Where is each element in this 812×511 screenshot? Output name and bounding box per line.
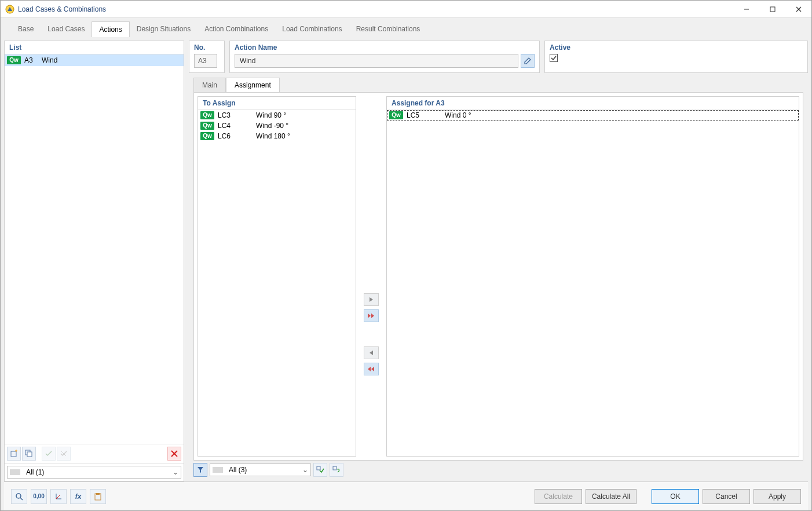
copy-item-button[interactable]: [22, 447, 36, 461]
list-item[interactable]: Qw LC4 Wind -90 °: [198, 121, 356, 131]
to-assign-header: To Assign: [198, 97, 356, 110]
svg-rect-14: [333, 466, 336, 470]
check-all-button[interactable]: [42, 447, 56, 461]
load-case-code: LC3: [218, 111, 253, 119]
axes-icon: [54, 492, 63, 501]
no-label: No.: [194, 43, 220, 52]
action-name-input[interactable]: Wind: [235, 54, 518, 68]
to-assign-list[interactable]: Qw LC3 Wind 90 ° Qw LC4 Wind -90 ° Qw: [198, 110, 356, 456]
tab-load-cases[interactable]: Load Cases: [41, 21, 92, 37]
assignment-area: To Assign Qw LC3 Wind 90 ° Qw LC4 Wind -…: [193, 92, 803, 461]
name-field-box: Action Name Wind: [229, 41, 540, 73]
new-item-button[interactable]: [7, 447, 21, 461]
chevron-down-icon: ⌄: [173, 468, 178, 476]
delete-button[interactable]: [167, 447, 181, 461]
tab-action-combinations[interactable]: Action Combinations: [197, 21, 275, 37]
to-assign-column: To Assign Qw LC3 Wind 90 ° Qw LC4 Wind -…: [197, 96, 356, 457]
detail-panel: No. A3 Action Name Wind Active: [189, 41, 808, 481]
assign-filter-combo[interactable]: All (3) ⌄: [210, 463, 311, 476]
sub-tab-main[interactable]: Main: [193, 78, 226, 92]
no-input[interactable]: A3: [194, 54, 217, 68]
move-all-left-button[interactable]: [364, 363, 379, 375]
fx-button[interactable]: fx: [70, 489, 86, 504]
load-case-name: Wind 90 °: [256, 111, 286, 119]
assigned-list[interactable]: Qw LC5 Wind 0 °: [387, 110, 799, 456]
filter-swatch-icon: [10, 469, 20, 475]
report-button[interactable]: [90, 489, 106, 504]
main-tabs: Base Load Cases Actions Design Situation…: [4, 21, 808, 37]
search-button[interactable]: [11, 489, 27, 504]
svg-line-19: [56, 495, 60, 499]
transfer-buttons: [360, 93, 383, 460]
fx-icon: fx: [75, 492, 82, 501]
filter-swatch-icon: [213, 467, 223, 473]
name-label: Action Name: [235, 43, 535, 52]
qw-badge-icon: Qw: [200, 122, 214, 130]
units-button[interactable]: [50, 489, 67, 504]
svg-rect-2: [770, 7, 775, 12]
move-all-right-button[interactable]: [364, 309, 379, 322]
qw-badge-icon: Qw: [7, 56, 21, 64]
svg-rect-5: [11, 451, 16, 457]
cancel-button[interactable]: Cancel: [703, 489, 750, 504]
apply-button[interactable]: Apply: [754, 489, 801, 504]
list-filter-row: All (1) ⌄: [5, 463, 184, 481]
app-icon: [5, 5, 14, 14]
load-case-name: Wind 0 °: [445, 111, 471, 119]
active-field-box: Active: [544, 41, 808, 73]
titlebar: Load Cases & Combinations: [1, 1, 811, 18]
qw-badge-icon: Qw: [389, 111, 403, 119]
list-toolbar: [5, 444, 184, 463]
qw-badge-icon: Qw: [200, 132, 214, 140]
detail-header-row: No. A3 Action Name Wind Active: [189, 41, 808, 73]
list-header: List: [5, 41, 184, 54]
select-unchecked-button[interactable]: [330, 463, 343, 477]
filter-button[interactable]: [193, 463, 207, 477]
tab-load-combinations[interactable]: Load Combinations: [275, 21, 349, 37]
move-right-button[interactable]: [364, 293, 379, 306]
ok-button[interactable]: OK: [652, 489, 699, 504]
calculate-all-button[interactable]: Calculate All: [586, 489, 637, 504]
calculate-button[interactable]: Calculate: [535, 489, 582, 504]
close-button[interactable]: [785, 1, 811, 18]
list-item[interactable]: Qw LC5 Wind 0 °: [387, 110, 799, 121]
content: Base Load Cases Actions Design Situation…: [1, 18, 811, 510]
window-controls: [733, 1, 811, 18]
work-area: List Qw A3 Wind: [4, 37, 808, 481]
window-title: Load Cases & Combinations: [18, 5, 733, 13]
svg-rect-9: [27, 452, 32, 457]
list-item[interactable]: Qw LC6 Wind 180 °: [198, 131, 356, 141]
load-case-code: LC5: [407, 111, 441, 119]
svg-rect-13: [317, 466, 320, 470]
svg-line-16: [20, 498, 23, 500]
minimize-button[interactable]: [733, 1, 759, 18]
list-item-name: Wind: [42, 56, 57, 64]
funnel-icon: [197, 466, 204, 473]
check-icon: [551, 55, 557, 61]
tab-base[interactable]: Base: [11, 21, 41, 37]
load-case-code: LC6: [218, 132, 253, 140]
chevron-down-icon: ⌄: [302, 466, 308, 474]
list-item[interactable]: Qw A3 Wind: [5, 54, 184, 66]
uncheck-all-button[interactable]: [57, 447, 71, 461]
edit-name-button[interactable]: [521, 54, 535, 68]
move-left-button[interactable]: [364, 346, 379, 359]
load-case-name: Wind 180 °: [256, 132, 290, 140]
list-body[interactable]: Qw A3 Wind: [5, 54, 184, 444]
list-item[interactable]: Qw LC3 Wind 90 °: [198, 110, 356, 121]
dialog-button-bar: 0,00 fx Calculate Calculate All OK Cance…: [4, 481, 808, 510]
list-filter-combo[interactable]: All (1) ⌄: [7, 466, 181, 479]
decimal-button[interactable]: 0,00: [31, 489, 47, 504]
svg-rect-21: [96, 493, 100, 495]
active-checkbox[interactable]: [550, 54, 558, 62]
svg-point-15: [16, 494, 21, 498]
tab-actions[interactable]: Actions: [92, 21, 129, 37]
search-icon: [15, 492, 23, 501]
select-checked-button[interactable]: [313, 463, 327, 477]
maximize-button[interactable]: [759, 1, 785, 18]
sub-tab-assignment[interactable]: Assignment: [226, 78, 280, 92]
tab-result-combinations[interactable]: Result Combinations: [349, 21, 427, 37]
active-label: Active: [550, 43, 803, 52]
tab-design-situations[interactable]: Design Situations: [130, 21, 197, 37]
list-item-code: A3: [24, 56, 38, 64]
